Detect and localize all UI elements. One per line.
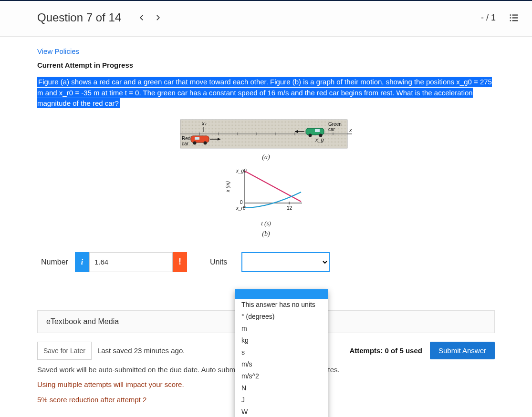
figure-b-caption: (b) (37, 230, 495, 238)
svg-rect-2 (510, 17, 511, 19)
svg-text:x (m): x (m) (226, 181, 230, 193)
question-text: Figure (a) shows a red car and a green c… (37, 77, 492, 108)
list-icon (509, 13, 519, 22)
position-graph: x_g0 0 x_r0 12 x (m) (226, 166, 307, 218)
figure-a: xᵣ Red car Green car x_g (37, 118, 495, 238)
units-option[interactable]: ° (degrees) (235, 311, 328, 323)
units-option-selected[interactable] (235, 289, 328, 299)
save-for-later-button[interactable]: Save for Later (37, 342, 92, 360)
units-select[interactable] (241, 252, 330, 272)
graph-x-axis-label: t (s) (37, 220, 495, 227)
attempt-status: Current Attempt in Progress (37, 61, 495, 69)
units-label: Units (187, 258, 241, 266)
units-option[interactable]: This answer has no units (235, 299, 328, 311)
svg-text:Red: Red (182, 136, 190, 141)
svg-rect-3 (512, 17, 518, 19)
question-title: Question 7 of 14 (37, 11, 121, 24)
figure-a-caption: (a) (37, 153, 495, 161)
question-box: Figure (a) shows a red car and a green c… (37, 77, 495, 286)
units-option[interactable]: J (235, 394, 328, 406)
svg-text:car: car (328, 127, 335, 132)
svg-point-30 (308, 133, 312, 137)
units-option[interactable]: s (235, 346, 328, 358)
chevron-right-icon (155, 14, 161, 21)
score-display: - / 1 (481, 13, 496, 23)
header-bar: Question 7 of 14 - / 1 (0, 1, 532, 37)
svg-rect-20 (191, 136, 209, 142)
attempts-text: Attempts: 0 of 5 used (349, 346, 422, 355)
svg-rect-0 (510, 14, 511, 15)
question-list-button[interactable] (509, 13, 519, 22)
next-question-button[interactable] (150, 10, 166, 26)
units-option[interactable]: W (235, 406, 328, 417)
warning-badge[interactable]: ! (173, 252, 187, 272)
svg-text:car: car (182, 141, 189, 146)
svg-rect-5 (512, 20, 518, 21)
svg-point-23 (203, 141, 207, 144)
svg-rect-29 (315, 129, 320, 132)
svg-rect-21 (195, 137, 199, 140)
info-icon: i (81, 258, 83, 266)
chevron-left-icon (138, 14, 145, 21)
svg-point-22 (193, 141, 196, 144)
svg-text:12: 12 (287, 205, 292, 211)
svg-line-48 (245, 171, 301, 202)
question-text-wrap: Figure (a) shows a red car and a green c… (37, 77, 495, 109)
info-badge[interactable]: i (75, 252, 89, 272)
units-option[interactable]: m (235, 323, 328, 335)
svg-rect-1 (512, 14, 518, 15)
units-dropdown-panel: This answer has no units ° (degrees) m k… (235, 289, 328, 417)
answer-row: Number i ! Units (37, 252, 495, 272)
units-option[interactable]: m/s^2 (235, 370, 328, 382)
number-input[interactable] (89, 252, 173, 272)
view-policies-link[interactable]: View Policies (37, 47, 495, 55)
cars-diagram: xᵣ Red car Green car x_g (180, 118, 352, 149)
warning-icon: ! (178, 257, 181, 267)
svg-text:0: 0 (240, 200, 243, 205)
svg-text:x_g: x_g (315, 137, 324, 142)
prev-question-button[interactable] (134, 10, 150, 26)
content-area: View Policies Current Attempt in Progres… (0, 37, 532, 417)
svg-text:Green: Green (328, 122, 342, 127)
svg-rect-4 (510, 20, 511, 21)
units-option[interactable]: m/s (235, 358, 328, 370)
svg-text:xᵣ: xᵣ (201, 121, 207, 126)
units-option[interactable]: N (235, 382, 328, 394)
last-saved-text: Last saved 23 minutes ago. (97, 346, 185, 355)
svg-text:x: x (349, 127, 352, 133)
units-option[interactable]: kg (235, 335, 328, 346)
number-label: Number (37, 258, 75, 266)
submit-answer-button[interactable]: Submit Answer (430, 342, 495, 359)
